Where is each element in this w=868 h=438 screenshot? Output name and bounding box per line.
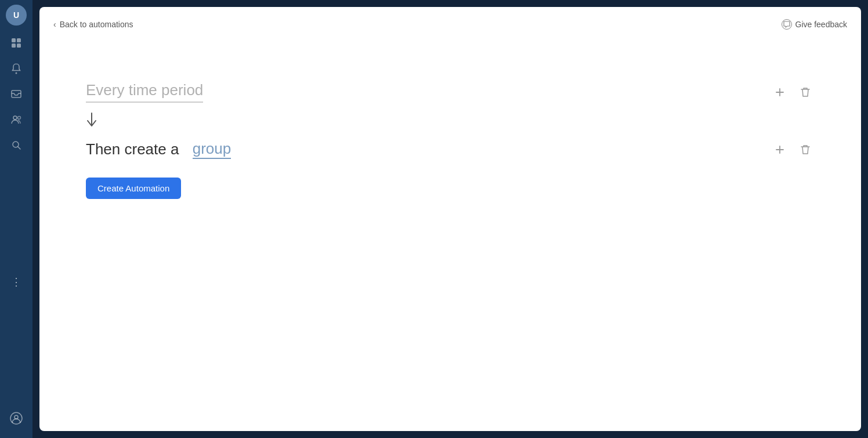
back-to-automations-button[interactable]: ‹ Back to automations bbox=[53, 20, 133, 29]
sidebar-icon-bell[interactable] bbox=[6, 58, 27, 79]
give-feedback-button[interactable]: Give feedback bbox=[782, 19, 848, 30]
back-label: Back to automations bbox=[60, 20, 133, 29]
action-text: Then create a group bbox=[86, 140, 231, 159]
sidebar-icon-home[interactable] bbox=[6, 32, 27, 53]
svg-point-7 bbox=[18, 117, 21, 120]
sidebar-icon-search[interactable] bbox=[6, 135, 27, 155]
feedback-label: Give feedback bbox=[795, 20, 848, 29]
svg-point-6 bbox=[13, 116, 17, 120]
svg-point-4 bbox=[16, 73, 17, 74]
action-row-actions bbox=[771, 140, 815, 159]
trigger-delete-button[interactable] bbox=[796, 83, 815, 102]
svg-rect-0 bbox=[12, 38, 16, 42]
action-row: Then create a group bbox=[86, 135, 815, 164]
action-link-group[interactable]: group bbox=[193, 140, 232, 159]
action-delete-button[interactable] bbox=[796, 140, 815, 159]
svg-rect-1 bbox=[17, 38, 21, 42]
arrow-down-icon bbox=[86, 107, 815, 135]
modal: ‹ Back to automations Give feedback Ever… bbox=[39, 7, 861, 431]
modal-body: Every time period bbox=[39, 42, 861, 431]
main-content: ‹ Back to automations Give feedback Ever… bbox=[32, 0, 868, 438]
trigger-text[interactable]: Every time period bbox=[86, 81, 203, 103]
svg-rect-5 bbox=[12, 91, 21, 97]
svg-point-10 bbox=[15, 415, 18, 419]
trigger-row: Every time period bbox=[86, 77, 815, 107]
sidebar: U ⋮ bbox=[0, 0, 32, 438]
action-text-prefix: Then create a bbox=[86, 140, 179, 158]
create-automation-button[interactable]: Create Automation bbox=[86, 178, 181, 199]
sidebar-icon-people[interactable] bbox=[6, 109, 27, 130]
feedback-chat-icon bbox=[782, 19, 792, 30]
svg-rect-3 bbox=[17, 44, 21, 48]
avatar[interactable]: U bbox=[6, 5, 27, 26]
trigger-row-actions bbox=[771, 83, 815, 102]
svg-rect-2 bbox=[12, 44, 16, 48]
modal-header: ‹ Back to automations Give feedback bbox=[39, 7, 861, 42]
sidebar-icon-inbox[interactable] bbox=[6, 84, 27, 104]
trigger-add-button[interactable] bbox=[771, 83, 789, 102]
action-add-button[interactable] bbox=[771, 140, 789, 159]
sidebar-more-icon[interactable]: ⋮ bbox=[6, 271, 26, 293]
sidebar-user-icon[interactable] bbox=[6, 408, 27, 429]
back-chevron-icon: ‹ bbox=[53, 20, 56, 29]
